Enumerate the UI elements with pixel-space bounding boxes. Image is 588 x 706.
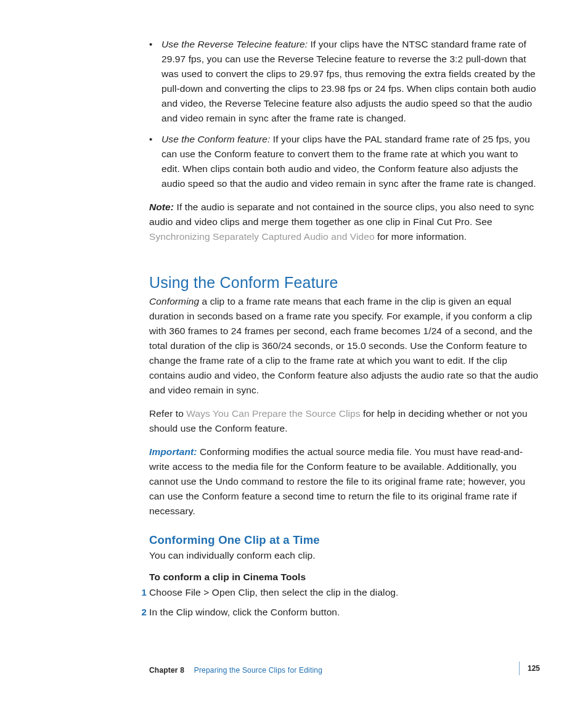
step-text: Choose File > Open Clip, then select the…	[149, 587, 399, 597]
step-item: 2 In the Clip window, click the Conform …	[149, 605, 539, 620]
note-text-before: If the audio is separate and not contain…	[149, 202, 534, 227]
section-heading-conform: Using the Conform Feature	[149, 274, 539, 292]
intro-lead-italic: Conforming	[149, 296, 199, 306]
bullet-lead: Use the Reverse Telecine feature:	[161, 39, 308, 49]
refer-before: Refer to	[149, 408, 186, 419]
bullet-item: Use the Reverse Telecine feature: If you…	[149, 37, 539, 126]
refer-paragraph: Refer to Ways You Can Prepare the Source…	[149, 406, 539, 436]
important-paragraph: Important: Conforming modifies the actua…	[149, 445, 539, 519]
footer-chapter-label: Chapter 8	[149, 666, 184, 675]
page-footer: Chapter 8 Preparing the Source Clips for…	[149, 664, 540, 679]
refer-link[interactable]: Ways You Can Prepare the Source Clips	[186, 408, 360, 419]
subsection-heading: Conforming One Clip at a Time	[149, 533, 539, 547]
note-link[interactable]: Synchronizing Separately Captured Audio …	[149, 231, 375, 242]
important-text: Conforming modifies the actual source me…	[149, 446, 525, 516]
footer-rule	[519, 662, 520, 675]
important-label: Important:	[149, 446, 197, 457]
note-text-after: for more information.	[375, 231, 467, 242]
step-number: 2	[137, 605, 147, 619]
footer-chapter-title: Preparing the Source Clips for Editing	[194, 666, 322, 675]
task-heading: To conform a clip in Cinema Tools	[149, 572, 539, 583]
footer-page-number: 125	[528, 664, 540, 673]
steps-list: 1 Choose File > Open Clip, then select t…	[149, 585, 539, 620]
note-paragraph: Note: If the audio is separate and not c…	[149, 200, 539, 244]
step-item: 1 Choose File > Open Clip, then select t…	[149, 585, 539, 600]
bullet-lead: Use the Conform feature:	[161, 134, 270, 144]
page: Use the Reverse Telecine feature: If you…	[0, 0, 588, 706]
footer-left: Chapter 8 Preparing the Source Clips for…	[149, 666, 322, 675]
section-intro: Conforming a clip to a frame rate means …	[149, 294, 539, 398]
step-number: 1	[137, 585, 147, 599]
bullet-item: Use the Conform feature: If your clips h…	[149, 132, 539, 191]
bullet-list: Use the Reverse Telecine feature: If you…	[149, 37, 539, 191]
subsection-intro: You can individually conform each clip.	[149, 548, 539, 563]
note-label: Note:	[149, 202, 174, 212]
step-text: In the Clip window, click the Conform bu…	[149, 607, 340, 617]
intro-rest: a clip to a frame rate means that each f…	[149, 296, 538, 395]
bullet-text: If your clips have the NTSC standard fra…	[161, 39, 536, 123]
